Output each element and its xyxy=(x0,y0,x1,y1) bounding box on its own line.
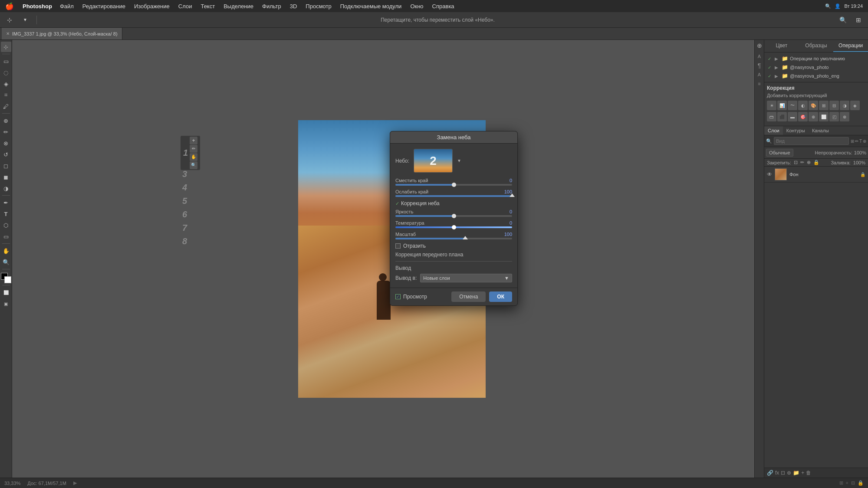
search-button[interactable]: 🔍 xyxy=(837,14,849,26)
app-name[interactable]: Photoshop xyxy=(19,3,56,10)
menu-help[interactable]: Справка xyxy=(428,0,459,12)
menu-layers[interactable]: Слои xyxy=(174,0,197,12)
plus-icon[interactable]: + xyxy=(190,137,197,144)
op-row-3[interactable]: ✓ ▶ 📁 @nasyrova_photo_eng xyxy=(766,72,866,80)
apple-menu[interactable]: 🍎 xyxy=(0,2,19,10)
quick-mask[interactable]: ⬜ xyxy=(1,287,11,298)
ok-button[interactable]: ОК xyxy=(489,291,512,302)
scale-slider[interactable] xyxy=(395,238,512,239)
vi-icon-1[interactable]: ⊕ xyxy=(756,42,763,49)
pen-tool[interactable]: ✒ xyxy=(1,197,11,208)
temperature-thumb[interactable] xyxy=(452,225,456,229)
scale-thumb[interactable] xyxy=(463,236,468,239)
corr-gradient[interactable]: ▬ xyxy=(788,112,797,121)
tab-operations[interactable]: Операции xyxy=(833,40,868,52)
op-row-1[interactable]: ✓ ▶ 📁 Операции по умолчанию xyxy=(766,54,866,63)
brush-tool[interactable]: ✏ xyxy=(1,127,11,137)
statusbar-icon-4[interactable]: 🔒 xyxy=(858,480,864,486)
sky-preview[interactable]: 2 xyxy=(414,149,453,173)
object-select-tool[interactable]: ◈ xyxy=(1,79,11,89)
flip-checkbox[interactable] xyxy=(395,243,401,249)
gradient-tool[interactable]: ◼ xyxy=(1,172,11,182)
marquee-tool[interactable]: ▭ xyxy=(1,56,11,66)
layer-link-btn[interactable]: 🔗 xyxy=(767,470,773,476)
corr-exposure[interactable]: ◐ xyxy=(798,101,808,110)
layer-new-btn[interactable]: + xyxy=(801,470,804,476)
menu-image[interactable]: Изображение xyxy=(130,0,174,12)
clone-tool[interactable]: ⊗ xyxy=(1,138,11,148)
layers-tab-layers[interactable]: Слои xyxy=(764,126,783,135)
output-select[interactable]: Новые слои ▼ xyxy=(420,274,512,282)
layer-adj-btn[interactable]: ⊕ xyxy=(787,470,791,476)
statusbar-icon-3[interactable]: ⊟ xyxy=(851,480,855,486)
corr-cm[interactable]: 🗃 xyxy=(767,112,776,121)
corr-colorbal[interactable]: ⊟ xyxy=(829,101,839,110)
layer-view-btn-2[interactable]: ✏ xyxy=(855,139,858,144)
layers-search-input[interactable] xyxy=(774,137,849,145)
shape-tool[interactable]: ▭ xyxy=(1,231,11,242)
zoom-side-icon[interactable]: 🔍 xyxy=(190,161,197,169)
menu-window[interactable]: Окно xyxy=(406,0,427,12)
sky-correction-check[interactable]: ✓ xyxy=(395,201,399,206)
corr-selective[interactable]: 🎯 xyxy=(798,112,808,121)
corr-hsl[interactable]: ⊞ xyxy=(819,101,829,110)
lock-icon-2[interactable]: ✏ xyxy=(800,160,804,165)
corr-vibrance[interactable]: 🎨 xyxy=(809,101,818,110)
cancel-button[interactable]: Отмена xyxy=(451,291,486,302)
history-brush[interactable]: ↺ xyxy=(1,149,11,160)
tab-color[interactable]: Цвет xyxy=(764,40,799,52)
background-color[interactable] xyxy=(4,276,11,283)
tab-close[interactable]: ✕ xyxy=(6,31,10,36)
path-tool[interactable]: ⬡ xyxy=(1,220,11,230)
corr-levels[interactable]: 📊 xyxy=(777,101,787,110)
layer-view-btn-4[interactable]: ⊕ xyxy=(863,139,866,144)
hand-side-icon[interactable]: ✋ xyxy=(190,153,197,161)
hand-tool[interactable]: ✋ xyxy=(1,246,11,256)
layer-group-btn[interactable]: 📁 xyxy=(793,470,799,476)
vi-icon-2[interactable]: A xyxy=(756,52,763,60)
preview-checkbox[interactable]: ✓ xyxy=(395,294,401,299)
menu-filter[interactable]: Фильтр xyxy=(258,0,286,12)
statusbar-icon-1[interactable]: ⊞ xyxy=(839,480,843,486)
corr-bw[interactable]: ◑ xyxy=(840,101,849,110)
brush-side-icon[interactable]: ✏ xyxy=(190,145,197,153)
layer-del-btn[interactable]: 🗑 xyxy=(806,470,811,476)
color-boxes[interactable] xyxy=(1,273,11,283)
corr-pattern[interactable]: ⊕ xyxy=(809,112,818,121)
layer-eye-fon[interactable]: 👁 xyxy=(767,171,772,177)
layer-fx-btn[interactable]: fx xyxy=(775,470,779,476)
eyedropper-tool[interactable]: 🖊 xyxy=(1,101,11,111)
screen-mode[interactable]: ▣ xyxy=(1,298,11,309)
fill-value[interactable]: 100% xyxy=(853,160,865,165)
lasso-tool[interactable]: ◌ xyxy=(1,67,11,78)
corr-grad2[interactable]: ◰ xyxy=(829,112,839,121)
fade-edge-slider[interactable] xyxy=(395,195,512,197)
corr-pattern2[interactable]: ⊗ xyxy=(840,112,849,121)
layer-mask-btn[interactable]: ⊡ xyxy=(781,470,785,476)
menu-plugins[interactable]: Подключаемые модули xyxy=(336,0,406,12)
search-icon-menu[interactable]: 🔍 xyxy=(825,3,831,9)
layer-blend-mode[interactable]: Обычные xyxy=(766,149,793,157)
sky-dropdown-arrow[interactable]: ▼ xyxy=(457,158,461,163)
layer-item-fon[interactable]: 👁 Фон 🔒 xyxy=(764,167,868,183)
corr-curves[interactable]: 〜 xyxy=(788,101,797,110)
vi-icon-4[interactable]: A xyxy=(756,71,763,79)
move-tool[interactable]: ⊹ xyxy=(1,42,11,52)
lock-icon-1[interactable]: ⊡ xyxy=(794,160,798,165)
layers-tab-channels[interactable]: Каналы xyxy=(809,126,832,135)
healing-tool[interactable]: ⊕ xyxy=(1,115,11,126)
menu-view[interactable]: Просмотр xyxy=(301,0,335,12)
type-tool[interactable]: T xyxy=(1,209,11,219)
corr-brightness[interactable]: ☀ xyxy=(767,101,776,110)
dodge-tool[interactable]: ◑ xyxy=(1,183,11,193)
lock-icon-4[interactable]: 🔒 xyxy=(813,160,819,165)
status-arrow[interactable]: ▶ xyxy=(73,480,77,486)
layer-view-btn-3[interactable]: T xyxy=(859,139,862,144)
brightness-slider[interactable] xyxy=(395,215,512,217)
user-icon[interactable]: 👤 xyxy=(835,3,841,9)
corr-threshold[interactable]: ⬛ xyxy=(777,112,787,121)
menu-edit[interactable]: Редактирование xyxy=(78,0,130,12)
op-row-2[interactable]: ✓ ▶ 📁 @nasyrova_photo xyxy=(766,63,866,72)
arrange-button[interactable]: ⊞ xyxy=(852,14,865,26)
fade-edge-thumb[interactable] xyxy=(510,193,515,197)
